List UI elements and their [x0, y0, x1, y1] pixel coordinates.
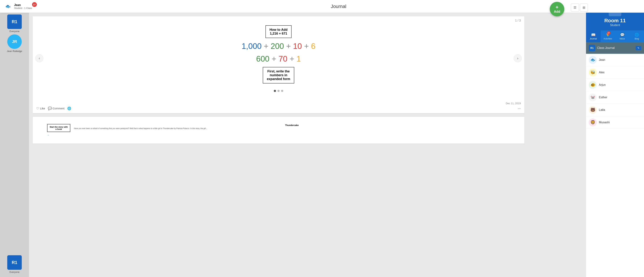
- student-row-arjun[interactable]: 🐠 Arjun: [586, 79, 644, 91]
- room-subtitle: Student: [610, 23, 620, 27]
- eq2-plus2: +: [290, 54, 296, 63]
- plus-icon: +: [556, 5, 558, 10]
- everyone-label-2: Everyone: [10, 271, 20, 274]
- eq2-num1: 600: [256, 54, 269, 63]
- eq1-num4: 6: [311, 42, 315, 50]
- card-title-box: How to Add1,216 + 671: [266, 25, 292, 38]
- sidebar-item-jean-rutledge[interactable]: JR Jean Rutledge: [7, 34, 22, 52]
- eq1-plus2: +: [286, 42, 293, 50]
- user-text: Jean Student · 1 Class: [14, 3, 32, 9]
- student-avatar-esther: 🐭: [589, 93, 597, 101]
- user-avatar: 🐟: [4, 2, 12, 11]
- everyone-label-1: Everyone: [10, 30, 20, 32]
- journal-card-2: Start the story witha hook → Thundercake…: [32, 117, 524, 144]
- tab-inbox[interactable]: 💬 Inbox: [615, 30, 630, 42]
- comment-label: Comment: [53, 107, 64, 110]
- student-name-alex: Alex: [599, 71, 604, 74]
- left-sidebar: R1 Everyone JR Jean Rutledge R1 Everyone: [0, 13, 29, 277]
- student-avatar-laila: 🐻: [589, 106, 597, 114]
- student-row-jean[interactable]: 🐟 Jean: [586, 54, 644, 66]
- student-name-musashi: Musashi: [599, 121, 610, 124]
- sidebar-item-everyone-1[interactable]: R1 Everyone: [7, 14, 22, 32]
- add-button[interactable]: + Add: [550, 2, 564, 16]
- everyone-box-1: R1: [7, 14, 22, 29]
- class-journal-edit-button[interactable]: ✎: [636, 46, 641, 50]
- jean-rutledge-label: Jean Rutledge: [7, 50, 22, 52]
- journal-card-1: 1 / 3 ‹ › How to Add1,216 + 671 1,000 + …: [32, 16, 524, 113]
- user-subtitle: Student · 1 Class: [14, 7, 32, 9]
- student-row-alex[interactable]: 🐝 Alex: [586, 66, 644, 79]
- student-avatar-musashi: 🦁: [589, 118, 597, 126]
- page-indicator-1: 1 / 3: [515, 19, 521, 22]
- inbox-tab-icon: 💬: [620, 32, 624, 37]
- student-name-laila: Laila: [599, 108, 605, 111]
- class-journal-label: Class Journal: [597, 46, 615, 50]
- student-row-laila[interactable]: 🐻 Laila: [586, 104, 644, 116]
- sidebar-item-everyone-2[interactable]: R1 Everyone: [7, 255, 22, 274]
- user-info: 🐟 Jean Student · 1 Class 27: [4, 2, 37, 11]
- equation-1: 1,000 + 200 + 10 + 6: [242, 42, 315, 51]
- room-name: Room 11: [604, 18, 626, 23]
- globe-icon: 🌐: [67, 106, 71, 110]
- blog-tab-icon: 🌐: [634, 32, 639, 37]
- globe-button[interactable]: 🌐: [67, 106, 71, 110]
- eq2-plus1: +: [272, 54, 278, 63]
- grid-view-button[interactable]: ⊞: [580, 3, 588, 11]
- right-panel: R1 Room 11 Student 📖 Journal 💡 27 Activi…: [586, 0, 644, 277]
- user-name: Jean: [14, 3, 32, 7]
- arrow-icon: →: [47, 134, 49, 136]
- add-label: Add: [554, 10, 560, 13]
- tab-activities[interactable]: 💡 27 Activities: [600, 30, 615, 42]
- everyone-box-2: R1: [7, 255, 22, 270]
- math-content: How to Add1,216 + 671 1,000 + 200 + 10 +…: [38, 22, 519, 87]
- instruction-box: First, write thenumbers inexpanded form: [263, 67, 294, 83]
- heart-icon: ♡: [36, 106, 39, 110]
- card-footer-1: Dec 11, 2019 ♡ Like 💬 Comment 🌐 ···: [32, 100, 524, 113]
- dot-3: [281, 90, 283, 92]
- class-journal-badge: R1: [589, 45, 595, 51]
- more-options-button[interactable]: ···: [518, 106, 521, 110]
- next-page-button[interactable]: ›: [514, 54, 522, 62]
- card-actions-1: ♡ Like 💬 Comment 🌐 ···: [36, 106, 521, 110]
- eq1-plus3: +: [304, 42, 311, 50]
- journal-tab-icon: 📖: [591, 32, 596, 37]
- student-row-musashi[interactable]: 🦁 Musashi: [586, 116, 644, 129]
- tab-journal[interactable]: 📖 Journal: [586, 30, 600, 42]
- dot-2: [278, 90, 280, 92]
- student-name-jean: Jean: [599, 58, 605, 61]
- tab-blog[interactable]: 🌐 Blog: [630, 30, 644, 42]
- activities-badge: 27: [607, 31, 610, 35]
- eq1-num1: 1,000: [242, 42, 262, 50]
- like-button[interactable]: ♡ Like: [36, 106, 45, 110]
- story-hook-box: Start the story witha hook: [47, 124, 70, 132]
- card-content-2: Start the story witha hook → Thundercake…: [32, 117, 524, 144]
- view-toggle: ☰ ⊞: [571, 3, 588, 11]
- list-view-button[interactable]: ☰: [571, 3, 579, 11]
- notification-badge: 27: [32, 2, 37, 7]
- student-avatar-alex: 🐝: [589, 68, 597, 76]
- eq1-plus1: +: [264, 42, 271, 50]
- comment-button[interactable]: 💬 Comment: [48, 106, 64, 110]
- eq2-num2: 70: [278, 54, 288, 63]
- prev-page-button[interactable]: ‹: [35, 54, 43, 62]
- eq1-num3: 10: [293, 42, 302, 50]
- student-row-esther[interactable]: 🐭 Esther: [586, 91, 644, 104]
- grid-icon: ⊞: [582, 5, 585, 9]
- student-name-esther: Esther: [599, 96, 607, 99]
- comment-icon: 💬: [48, 106, 52, 110]
- top-bar: 🐟 Jean Student · 1 Class 27 Journal: [0, 0, 644, 13]
- card-content-1: 1 / 3 ‹ › How to Add1,216 + 671 1,000 + …: [32, 16, 524, 100]
- card-date-1: Dec 11, 2019: [36, 102, 521, 105]
- student-list: R1 Class Journal ✎ 🐟 Jean 🐝 Alex 🐠 Arjun…: [586, 42, 644, 277]
- blog-tab-label: Blog: [634, 37, 639, 40]
- dot-1: [274, 90, 276, 92]
- like-label: Like: [40, 107, 45, 110]
- main-content: 1 / 3 ‹ › How to Add1,216 + 671 1,000 + …: [29, 13, 528, 277]
- student-name-arjun: Arjun: [599, 83, 606, 86]
- equation-2: 600 + 70 + 1: [256, 54, 301, 63]
- class-journal-row[interactable]: R1 Class Journal ✎: [586, 42, 644, 54]
- dots-indicator: [38, 87, 519, 95]
- activities-tab-label: Activities: [604, 37, 612, 40]
- inbox-tab-label: Inbox: [620, 37, 625, 40]
- list-icon: ☰: [574, 5, 576, 9]
